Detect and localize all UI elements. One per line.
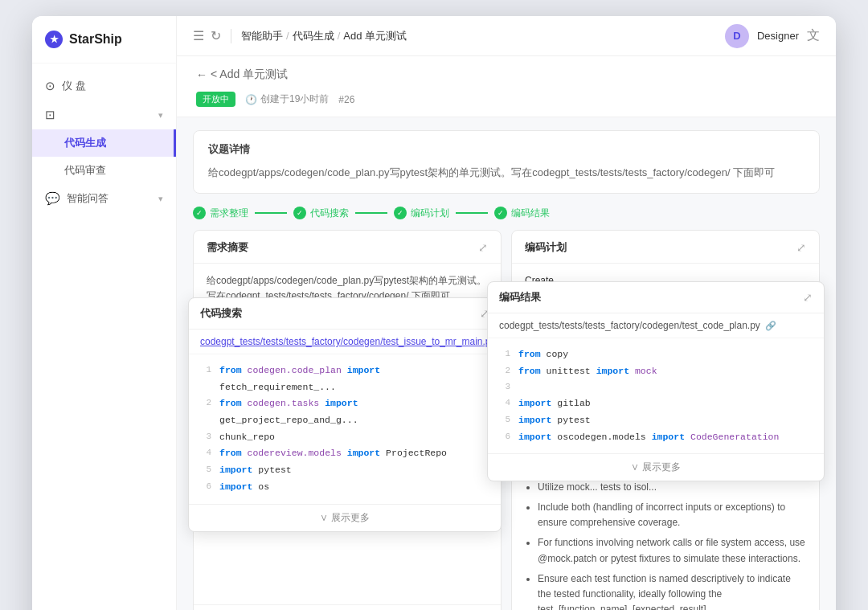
sidebar-item-label: 仪 盘 <box>62 79 86 93</box>
breadcrumb-item-3: Add 单元测试 <box>343 29 407 43</box>
result-row-5: 5 import pytest <box>499 412 813 429</box>
step-line-3 <box>456 212 488 214</box>
sidebar-section: ⊙ 仪 盘 ⊡ ▾ 代码生成 代码审查 💬 智能问答 ▾ <box>32 63 176 221</box>
sidebar-item-tools[interactable]: ⊡ ▾ <box>32 100 176 129</box>
step-line-2 <box>355 212 387 214</box>
sidebar-item-code-review[interactable]: 代码审查 <box>32 157 176 184</box>
coding-result-file: codegpt_tests/tests/tests_factory/codege… <box>488 313 824 338</box>
created-time: 创建于19小时前 <box>260 92 329 106</box>
file-link[interactable]: codegpt_tests/tests/tests_factory/codege… <box>200 336 496 347</box>
page-title-row: ← < Add 单元测试 <box>196 68 817 82</box>
chevron-down-icon: ▾ <box>158 110 163 121</box>
step-4: ✓ 编码结果 <box>494 207 550 220</box>
coding-plan-card-header: 编码计划 ⤢ <box>512 231 819 264</box>
step-1-icon: ✓ <box>193 207 206 219</box>
code-search-code: 1 from codegen.code_plan import fetch_re… <box>189 354 501 504</box>
sidebar-logo: ★ StarShip <box>32 16 176 63</box>
nc-row-4: 4 from codereview.models import ProjectR… <box>200 445 489 462</box>
sidebar-item-ai-qa[interactable]: 💬 智能问答 ▾ <box>32 184 176 213</box>
meta-created: 🕐 创建于19小时前 <box>245 92 329 106</box>
expand-icon[interactable]: ⤢ <box>478 241 488 254</box>
code-search-title: 代码搜索 <box>200 306 242 321</box>
app-name: StarShip <box>69 32 122 47</box>
topbar-right: D Designer 文 <box>725 24 820 48</box>
breadcrumb-sep-1: / <box>286 30 289 42</box>
page-meta: 开放中 🕐 创建于19小时前 #26 <box>196 92 817 117</box>
back-button[interactable]: ← < Add 单元测试 <box>196 68 288 82</box>
step-2: ✓ 代码搜索 <box>293 207 349 220</box>
step-3-icon: ✓ <box>394 207 407 219</box>
code-search-file: codegpt_tests/tests/tests_factory/codege… <box>189 330 501 354</box>
sidebar-item-dashboard[interactable]: ⊙ 仪 盘 <box>32 72 176 100</box>
tools-icon: ⊡ <box>45 108 55 122</box>
topbar: ☰ ↻ 智能助手 / 代码生成 / Add 单元测试 D Designer 文 <box>177 16 836 56</box>
result-row-3: 3 <box>499 379 813 395</box>
coding-result-card: 编码结果 ⤢ codegpt_tests/tests/tests_factory… <box>487 281 825 481</box>
coding-result-header: 编码结果 ⤢ <box>488 282 824 313</box>
nc-row-2: 2 from codegen.tasks import get_project_… <box>200 395 489 428</box>
result-link-icon: 🔗 <box>765 321 776 331</box>
sidebar-item-label: 智能问答 <box>67 191 152 206</box>
coding-result-expand-icon[interactable]: ⤢ <box>803 291 813 304</box>
step-2-icon: ✓ <box>293 207 306 219</box>
main-content: ☰ ↻ 智能助手 / 代码生成 / Add 单元测试 D Designer 文 <box>177 16 836 610</box>
page-title: < Add 单元测试 <box>211 68 288 82</box>
chevron-down-icon: ▾ <box>158 194 163 204</box>
result-file-path: codegpt_tests/tests/tests_factory/codege… <box>499 320 760 331</box>
step-1-label: 需求整理 <box>210 207 248 220</box>
sidebar-item-code-gen[interactable]: 代码生成 <box>32 129 176 157</box>
nc-row-5: 5 import pytest <box>200 462 489 479</box>
bullet-7: Utilize mock... tests to isol... <box>538 480 806 495</box>
step-1: ✓ 需求整理 <box>193 207 248 220</box>
avatar: D <box>725 24 749 48</box>
issue-section-title: 议题详情 <box>208 142 805 157</box>
nc-row-1: 1 from codegen.code_plan import fetch_re… <box>200 362 489 395</box>
show-more-requirements[interactable]: ∨ 展示更多 <box>194 604 501 610</box>
step-line-1 <box>255 212 287 214</box>
result-numbered-code: 1 from copy 2 from unittest import mock … <box>499 346 813 445</box>
app-window: ★ StarShip ⊙ 仪 盘 ⊡ ▾ 代码生成 代码审查 💬 智能问答 ▾ <box>32 16 836 610</box>
breadcrumb-item-1[interactable]: 智能助手 <box>241 29 283 43</box>
result-row-4: 4 import gitlab <box>499 395 813 412</box>
breadcrumb-item-2[interactable]: 代码生成 <box>293 29 334 43</box>
step-3: ✓ 编码计划 <box>394 207 449 220</box>
show-more-coding-result[interactable]: ∨ 展示更多 <box>488 453 824 481</box>
show-more-code-search[interactable]: ∨ 展示更多 <box>189 504 501 531</box>
nc-row-3: 3 chunk_repo <box>200 429 489 446</box>
nc-row-6: 6 import os <box>200 479 489 496</box>
bullet-9: For functions involving network calls or… <box>538 535 806 566</box>
bullet-8: Include both (handling of incorrect inpu… <box>538 500 806 530</box>
steps-row: ✓ 需求整理 ✓ 代码搜索 ✓ 编码计划 ✓ 编码结果 <box>177 194 836 220</box>
ai-qa-icon: 💬 <box>45 191 60 206</box>
requirements-card-header: 需求摘要 ⤢ <box>194 231 501 264</box>
result-row-1: 1 from copy <box>499 346 813 363</box>
issue-number: #26 <box>338 94 354 105</box>
coding-plan-title: 编码计划 <box>525 240 567 255</box>
content-area: ← < Add 单元测试 开放中 🕐 创建于19小时前 #26 <box>177 56 836 610</box>
topbar-divider <box>231 29 231 43</box>
clock-icon: 🕐 <box>245 94 257 105</box>
refresh-icon[interactable]: ↻ <box>211 28 221 43</box>
bullet-10: Ensure each test function is named descr… <box>538 571 806 610</box>
logo-icon: ★ <box>45 31 63 48</box>
coding-result-title: 编码结果 <box>499 290 541 305</box>
code-search-header: 代码搜索 ⤢ <box>189 298 501 330</box>
step-3-label: 编码计划 <box>411 207 449 220</box>
issue-section: 议题详情 给codegpt/apps/codegen/code_plan.py写… <box>193 130 820 194</box>
issue-description: 给codegpt/apps/codegen/code_plan.py写pytes… <box>208 165 805 182</box>
result-row-6: 6 import oscodegen.models import CodeGen… <box>499 429 813 446</box>
menu-icon[interactable]: ☰ <box>193 28 204 43</box>
numbered-code: 1 from codegen.code_plan import fetch_re… <box>200 362 489 496</box>
sidebar: ★ StarShip ⊙ 仪 盘 ⊡ ▾ 代码生成 代码审查 💬 智能问答 ▾ <box>32 16 177 610</box>
status-badge: 开放中 <box>196 92 235 107</box>
code-search-card: 代码搜索 ⤢ codegpt_tests/tests/tests_factory… <box>188 297 502 532</box>
page-header: ← < Add 单元测试 开放中 🕐 创建于19小时前 #26 <box>177 56 836 117</box>
step-4-icon: ✓ <box>494 207 507 219</box>
meta-issue-num: #26 <box>338 94 354 105</box>
requirements-card-title: 需求摘要 <box>207 240 248 255</box>
translate-icon[interactable]: 文 <box>807 27 820 44</box>
back-arrow-icon: ← <box>196 68 207 81</box>
step-2-label: 代码搜索 <box>310 207 349 220</box>
user-label: Designer <box>757 30 799 42</box>
expand-icon[interactable]: ⤢ <box>796 241 806 254</box>
